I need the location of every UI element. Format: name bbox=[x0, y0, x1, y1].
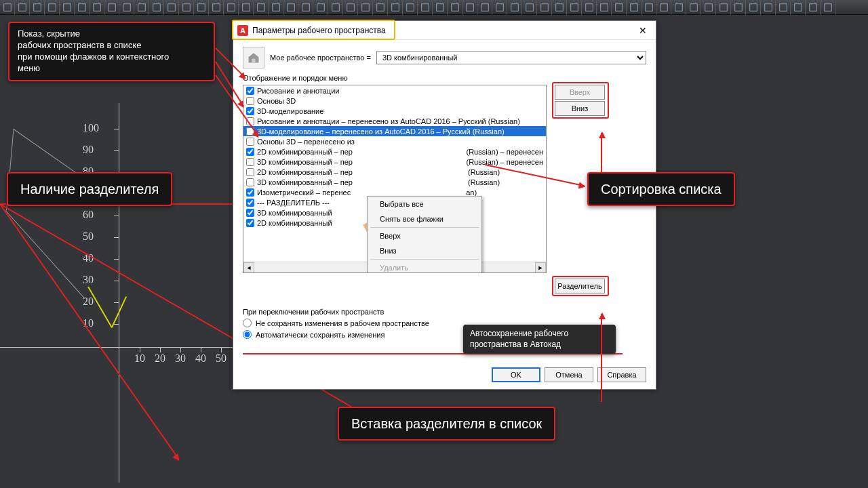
toolbar-button[interactable] bbox=[45, 0, 60, 15]
list-item-checkbox[interactable] bbox=[246, 127, 254, 136]
list-item[interactable]: 3D комбинированный – пер(Russian) – пере… bbox=[243, 157, 546, 167]
toolbar-button[interactable] bbox=[343, 0, 358, 15]
ctx-clear-all[interactable]: Снять все флажки bbox=[368, 211, 481, 226]
toolbar-button[interactable] bbox=[373, 0, 388, 15]
toolbar-button[interactable] bbox=[418, 0, 433, 15]
toolbar-button[interactable] bbox=[60, 0, 75, 15]
toolbar-button[interactable] bbox=[552, 0, 567, 15]
toolbar-button[interactable] bbox=[671, 0, 686, 15]
toolbar-button[interactable] bbox=[0, 0, 15, 15]
workspace-select[interactable]: 3D комбинированный bbox=[376, 51, 646, 64]
list-item-checkbox[interactable] bbox=[246, 188, 254, 197]
toolbar-button[interactable] bbox=[149, 0, 164, 15]
list-item[interactable]: Основы 3D bbox=[243, 96, 546, 106]
toolbar-button[interactable] bbox=[90, 0, 104, 15]
toolbar-button[interactable] bbox=[686, 0, 701, 15]
move-down-button[interactable]: Вниз bbox=[555, 101, 605, 116]
close-button[interactable]: ✕ bbox=[634, 24, 652, 37]
list-item[interactable]: 3D-моделирование – перенесено из AutoCAD… bbox=[243, 126, 546, 136]
toolbar-button[interactable] bbox=[597, 0, 612, 15]
toolbar-button[interactable] bbox=[537, 0, 552, 15]
toolbar-button[interactable] bbox=[477, 0, 492, 15]
list-item-checkbox[interactable] bbox=[246, 199, 254, 207]
toolbar-button[interactable] bbox=[119, 0, 134, 15]
toolbar-button[interactable] bbox=[433, 0, 448, 15]
toolbar-button[interactable] bbox=[209, 0, 224, 15]
ok-button[interactable]: OK bbox=[492, 367, 540, 382]
svg-rect-43 bbox=[645, 4, 652, 12]
toolbar-button[interactable] bbox=[388, 0, 403, 15]
scroll-right-icon[interactable]: ► bbox=[535, 262, 546, 273]
scroll-left-icon[interactable]: ◄ bbox=[243, 262, 254, 273]
ctx-up[interactable]: Вверх bbox=[368, 228, 481, 243]
dialog-titlebar[interactable]: A Параметры рабочего пространства ✕ bbox=[233, 21, 656, 40]
toolbar-button[interactable] bbox=[164, 0, 179, 15]
toolbar-button[interactable] bbox=[75, 0, 90, 15]
list-item[interactable]: 3D-моделирование bbox=[243, 106, 546, 116]
toolbar-button[interactable] bbox=[179, 0, 194, 15]
list-item-checkbox[interactable] bbox=[246, 87, 254, 95]
toolbar-button[interactable] bbox=[627, 0, 642, 15]
toolbar-button[interactable] bbox=[642, 0, 656, 15]
separator-button[interactable]: Разделитель bbox=[555, 279, 605, 293]
toolbar-button[interactable] bbox=[731, 0, 746, 15]
list-item-checkbox[interactable] bbox=[246, 219, 254, 227]
list-item-checkbox[interactable] bbox=[246, 209, 254, 217]
toolbar-button[interactable] bbox=[806, 0, 821, 15]
toolbar-button[interactable] bbox=[761, 0, 776, 15]
toolbar-button[interactable] bbox=[328, 0, 343, 15]
toolbar-button[interactable] bbox=[224, 0, 239, 15]
list-item-label: 2D комбинированный – пер bbox=[257, 148, 353, 156]
ctx-select-all[interactable]: Выбрать все bbox=[368, 197, 481, 211]
toolbar-button[interactable] bbox=[746, 0, 761, 15]
toolbar-button[interactable] bbox=[656, 0, 671, 15]
list-item-checkbox[interactable] bbox=[246, 138, 254, 146]
list-item-checkbox[interactable] bbox=[246, 97, 254, 105]
list-item[interactable]: Рисование и аннотации – перенесено из Au… bbox=[243, 116, 546, 126]
toolbar-button[interactable] bbox=[134, 0, 149, 15]
toolbar-button[interactable] bbox=[522, 0, 537, 15]
toolbar-button[interactable] bbox=[791, 0, 806, 15]
toolbar-button[interactable] bbox=[701, 0, 716, 15]
list-item-checkbox[interactable] bbox=[246, 158, 254, 166]
toolbar-button[interactable] bbox=[15, 0, 30, 15]
list-item-checkbox[interactable] bbox=[246, 117, 254, 125]
toolbar-button[interactable] bbox=[104, 0, 119, 15]
toolbar-button[interactable] bbox=[821, 0, 835, 15]
list-item[interactable]: 2D комбинированный – пер(Russian) bbox=[243, 167, 546, 177]
cancel-button[interactable]: Отмена bbox=[545, 367, 593, 382]
toolbar-button[interactable] bbox=[239, 0, 254, 15]
toolbar-button[interactable] bbox=[254, 0, 269, 15]
help-button[interactable]: Справка bbox=[597, 367, 646, 382]
toolbar-button[interactable] bbox=[358, 0, 373, 15]
toolbar-button[interactable] bbox=[269, 0, 283, 15]
list-item-checkbox[interactable] bbox=[246, 148, 254, 156]
toolbar-button[interactable] bbox=[612, 0, 627, 15]
toolbar-button[interactable] bbox=[582, 0, 597, 15]
list-item-checkbox[interactable] bbox=[246, 107, 254, 115]
toolbar-button[interactable] bbox=[462, 0, 477, 15]
toolbar-button[interactable] bbox=[194, 0, 209, 15]
list-item-checkbox[interactable] bbox=[246, 168, 254, 176]
toolbar-button[interactable] bbox=[567, 0, 582, 15]
toolbar-button[interactable] bbox=[30, 0, 45, 15]
toolbar-button[interactable] bbox=[492, 0, 507, 15]
list-item[interactable]: Основы 3D – перенесено из bbox=[243, 136, 546, 146]
y-tick-label: 60 bbox=[83, 209, 94, 221]
toolbar-button[interactable] bbox=[298, 0, 313, 15]
toolbar-button[interactable] bbox=[403, 0, 418, 15]
svg-rect-39 bbox=[585, 4, 593, 12]
workspace-list[interactable]: Рисование и аннотацииОсновы 3D3D-моделир… bbox=[243, 85, 547, 273]
toolbar-button[interactable] bbox=[448, 0, 462, 15]
toolbar-button[interactable] bbox=[283, 0, 298, 15]
toolbar-button[interactable] bbox=[776, 0, 791, 15]
toolbar-button[interactable] bbox=[507, 0, 522, 15]
toolbar-button[interactable] bbox=[313, 0, 328, 15]
list-item[interactable]: 3D комбинированный – пер(Russian) bbox=[243, 177, 546, 187]
ctx-down[interactable]: Вниз bbox=[368, 243, 481, 258]
move-up-button[interactable]: Вверх bbox=[555, 85, 605, 100]
list-item[interactable]: Рисование и аннотации bbox=[243, 85, 546, 96]
toolbar-button[interactable] bbox=[716, 0, 731, 15]
list-item-checkbox[interactable] bbox=[246, 178, 254, 186]
list-item[interactable]: 2D комбинированный – пер(Russian) – пере… bbox=[243, 146, 546, 157]
